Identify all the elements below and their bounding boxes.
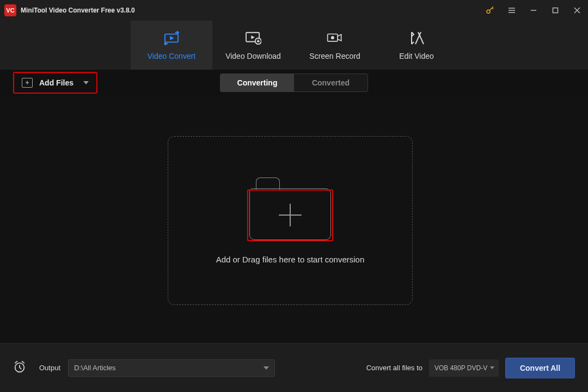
- minimize-button[interactable]: [523, 0, 544, 21]
- tab-video-download[interactable]: Video Download: [212, 21, 294, 70]
- file-dropzone[interactable]: Add or Drag files here to start conversi…: [168, 136, 413, 305]
- hamburger-menu-icon[interactable]: [501, 0, 523, 21]
- tab-screen-record[interactable]: Screen Record: [294, 21, 376, 70]
- window-title: MiniTool Video Converter Free v3.8.0: [21, 7, 135, 14]
- convert-all-button-label: Convert All: [520, 364, 560, 372]
- tab-label: Screen Record: [309, 52, 360, 60]
- tab-converted-label: Converted: [312, 78, 350, 87]
- output-path-select[interactable]: D:\All Articles: [68, 359, 275, 377]
- output-label: Output: [39, 364, 60, 372]
- bottom-right-group: Convert all files to VOB 480P DVD-V Conv…: [366, 358, 575, 378]
- titlebar-controls: [479, 0, 588, 21]
- app-logo-icon: VC: [4, 4, 16, 16]
- tab-converted[interactable]: Converted: [294, 74, 367, 91]
- maximize-button[interactable]: [544, 0, 566, 21]
- video-convert-icon: [163, 30, 180, 46]
- add-files-label: Add Files: [39, 78, 74, 87]
- tab-label: Video Convert: [148, 52, 195, 60]
- bottom-bar: Output D:\All Articles Convert all files…: [0, 343, 588, 392]
- main-canvas: Add or Drag files here to start conversi…: [0, 96, 588, 343]
- tab-video-convert[interactable]: Video Convert: [131, 21, 212, 70]
- add-files-button[interactable]: + Add Files: [13, 72, 97, 94]
- conversion-state-tabs: Converting Converted: [220, 74, 368, 92]
- close-button[interactable]: [566, 0, 588, 21]
- convert-all-label: Convert all files to: [366, 364, 422, 372]
- tab-edit-video[interactable]: Edit Video: [376, 21, 457, 70]
- tab-converting[interactable]: Converting: [220, 74, 294, 91]
- tab-converting-label: Converting: [237, 78, 278, 87]
- edit-video-icon: [408, 30, 425, 46]
- tab-label: Edit Video: [399, 52, 434, 60]
- titlebar: VC MiniTool Video Converter Free v3.8.0: [0, 0, 588, 21]
- svg-rect-5: [553, 8, 558, 13]
- toolbar: + Add Files Converting Converted: [0, 70, 588, 96]
- convert-all-button[interactable]: Convert All: [505, 358, 575, 378]
- schedule-icon[interactable]: [13, 360, 26, 376]
- main-tabs: Video Convert Video Download Screen Reco…: [0, 21, 588, 70]
- svg-point-12: [331, 36, 334, 39]
- dropzone-text: Add or Drag files here to start conversi…: [216, 255, 365, 264]
- chevron-down-icon: [264, 366, 269, 370]
- tab-label: Video Download: [225, 52, 281, 60]
- screen-record-icon: [327, 30, 343, 46]
- folder-icon: [249, 177, 331, 243]
- output-format-select[interactable]: VOB 480P DVD-V: [429, 359, 499, 377]
- dropdown-caret-icon: [83, 81, 89, 84]
- chevron-down-icon: [490, 366, 494, 369]
- svg-point-0: [487, 10, 490, 13]
- license-key-icon[interactable]: [479, 0, 501, 21]
- video-download-icon: [245, 30, 261, 46]
- output-format-value: VOB 480P DVD-V: [434, 364, 487, 372]
- add-file-icon: +: [22, 78, 33, 88]
- output-path-value: D:\All Articles: [74, 364, 116, 372]
- add-overlay-highlight: [247, 189, 333, 241]
